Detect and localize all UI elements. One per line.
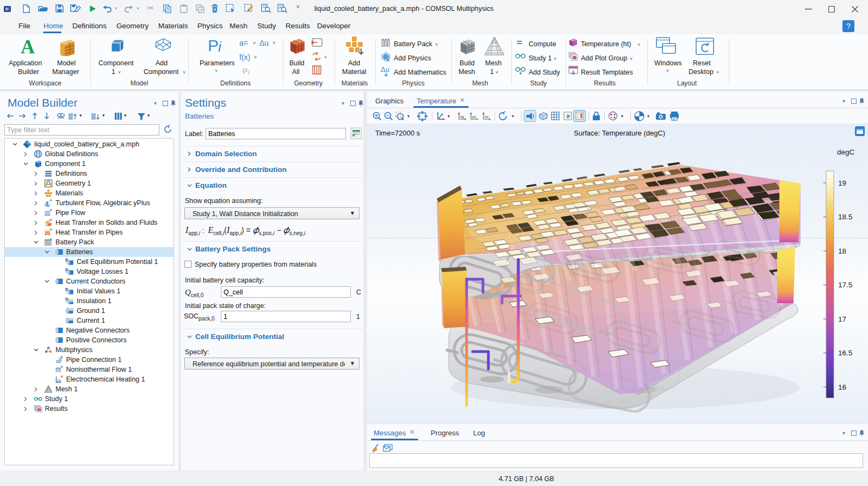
- svg-text:D: D: [65, 267, 69, 272]
- svg-text:xz: xz: [485, 114, 489, 119]
- svg-text:D: D: [65, 257, 69, 262]
- svg-text:18: 18: [838, 247, 846, 255]
- svg-text:16.5: 16.5: [838, 349, 852, 357]
- svg-text:18.5: 18.5: [838, 213, 852, 221]
- svg-text:yz: yz: [472, 114, 476, 119]
- svg-text:degC: degC: [837, 148, 855, 156]
- svg-text:xy: xy: [460, 114, 464, 119]
- svg-text:D: D: [65, 297, 69, 302]
- svg-text:17.5: 17.5: [838, 281, 852, 289]
- svg-text:D: D: [65, 287, 69, 292]
- svg-text:16: 16: [838, 383, 846, 391]
- svg-text:19: 19: [838, 179, 846, 187]
- svg-text:17: 17: [838, 315, 846, 323]
